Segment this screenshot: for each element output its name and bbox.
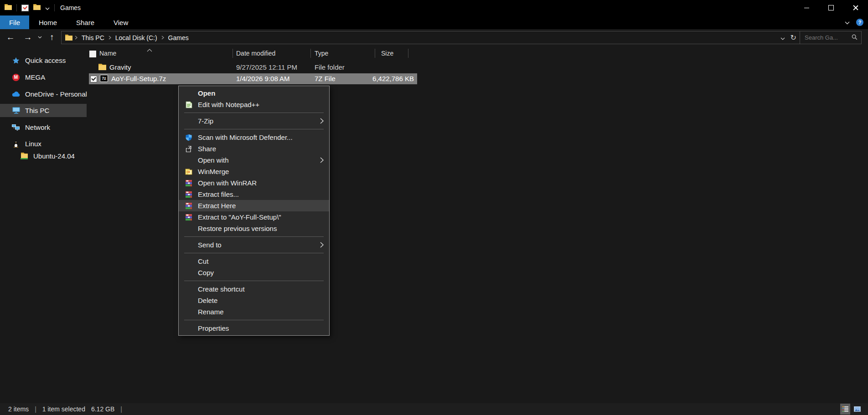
sidebar-item-this-pc[interactable]: This PC (0, 104, 87, 117)
menu-item-create-shortcut[interactable]: Create shortcut (179, 283, 329, 295)
sidebar-item-linux[interactable]: Linux (0, 137, 87, 150)
menu-item-open-with[interactable]: Open with (179, 154, 329, 166)
title-bar: Games (0, 0, 868, 15)
file-row-gravity[interactable]: Gravity 9/27/2025 12:11 PM File folder (0, 62, 868, 73)
menu-item-scan-with-defender[interactable]: Scan with Microsoft Defender... (179, 132, 329, 143)
file-date-modified: 9/27/2025 12:11 PM (236, 62, 297, 73)
winrar-books-icon (185, 179, 193, 187)
search-box[interactable] (800, 31, 862, 44)
window-title: Games (60, 4, 81, 11)
menu-item-send-to[interactable]: Send to (179, 239, 329, 251)
column-resize-handle[interactable] (310, 49, 311, 58)
file-row-aoy-full-setup[interactable]: 7z AoY-Full-Setup.7z 1/4/2026 9:08 AM 7Z… (0, 73, 868, 84)
address-right-controls: ↻ (780, 34, 801, 41)
submenu-arrow-icon (320, 157, 324, 163)
ribbon-right-controls: ? (845, 15, 863, 29)
expand-ribbon-chevron-icon[interactable] (845, 18, 850, 26)
qat-customize-chevron-icon[interactable] (45, 4, 50, 12)
winrar-books-icon (185, 213, 193, 221)
menu-item-edit-with-notepadpp[interactable]: Edit with Notepad++ (179, 99, 329, 110)
new-folder-qat-icon[interactable] (33, 4, 41, 12)
notepadpp-icon (185, 101, 193, 109)
up-button[interactable]: ↑ (45, 30, 59, 45)
search-icon[interactable] (852, 34, 858, 42)
file-date-modified: 1/4/2026 9:08 AM (236, 73, 290, 84)
tab-share[interactable]: Share (67, 15, 104, 29)
menu-item-cut[interactable]: Cut (179, 256, 329, 267)
breadcrumb-games[interactable]: Games (166, 34, 191, 41)
winrar-books-icon (185, 202, 193, 210)
sidebar-item-network[interactable]: Network (0, 121, 87, 134)
7z-file-icon: 7z (100, 75, 108, 82)
maximize-button[interactable] (819, 0, 843, 15)
quick-access-toolbar (0, 4, 55, 12)
ubuntu-folder-icon (20, 153, 28, 159)
breadcrumb-this-pc[interactable]: This PC (80, 34, 106, 41)
forward-icon: → (24, 32, 32, 42)
menu-item-restore-previous-versions[interactable]: Restore previous versions (179, 223, 329, 234)
back-button[interactable]: ← (4, 30, 17, 45)
menu-item-properties[interactable]: Properties (179, 323, 329, 334)
tab-home[interactable]: Home (29, 15, 67, 29)
menu-item-extract-to-folder[interactable]: Extract to "AoY-Full-Setup\" (179, 211, 329, 223)
refresh-icon[interactable]: ↻ (790, 34, 796, 41)
menu-item-open-with-winrar[interactable]: Open with WinRAR (179, 177, 329, 189)
close-icon (853, 5, 858, 10)
address-breadcrumb-field[interactable]: This PC Local Disk (C:) Games ↻ (61, 31, 801, 44)
menu-item-copy[interactable]: Copy (179, 267, 329, 278)
menu-item-winmerge[interactable]: WinMerge (179, 166, 329, 177)
app-folder-icon (5, 4, 12, 12)
menu-separator (184, 129, 324, 129)
breadcrumb-local-disk-c[interactable]: Local Disk (C:) (114, 34, 159, 41)
menu-separator (184, 253, 324, 253)
minimize-button[interactable] (794, 0, 819, 15)
select-all-checkbox[interactable] (89, 51, 96, 57)
folder-icon (98, 64, 106, 72)
close-button[interactable] (843, 0, 868, 15)
column-resize-handle[interactable] (375, 49, 375, 58)
column-resize-handle[interactable] (408, 49, 408, 58)
details-view-button[interactable] (840, 404, 850, 415)
forward-button[interactable]: → (21, 30, 35, 45)
selection-size: 6.12 GB (91, 405, 114, 413)
location-folder-icon (65, 35, 72, 41)
minimize-icon (804, 8, 809, 8)
menu-item-rename[interactable]: Rename (179, 306, 329, 318)
maximize-icon (828, 5, 834, 10)
breadcrumb-chevron-icon[interactable] (159, 36, 166, 40)
recent-locations-button[interactable] (35, 30, 45, 45)
address-dropdown-chevron-icon[interactable] (780, 34, 785, 41)
column-resize-handle[interactable] (232, 49, 233, 58)
menu-item-share[interactable]: Share (179, 143, 329, 154)
view-toggle-buttons (840, 404, 862, 415)
sidebar-item-ubuntu[interactable]: Ubuntu-24.04 (0, 149, 87, 163)
column-header-type[interactable]: Type (315, 50, 328, 57)
tab-file[interactable]: File (0, 15, 29, 29)
help-icon[interactable]: ? (856, 19, 863, 26)
column-header-date-modified[interactable]: Date modified (236, 50, 275, 57)
menu-item-delete[interactable]: Delete (179, 295, 329, 306)
winmerge-icon (185, 168, 193, 176)
breadcrumb-chevron-icon[interactable] (72, 36, 80, 40)
file-name: Gravity (109, 62, 131, 73)
qat-divider (16, 4, 17, 11)
breadcrumb-chevron-icon[interactable] (106, 36, 114, 40)
column-header-size[interactable]: Size (381, 50, 393, 57)
network-icon (12, 124, 20, 131)
tab-view[interactable]: View (104, 15, 138, 29)
address-bar: ← → ↑ This PC Local Disk (C:) Games ↻ (0, 29, 868, 46)
status-bar: 2 items | 1 item selected 6.12 GB | (0, 403, 868, 415)
properties-qat-icon[interactable] (21, 5, 29, 11)
sidebar-item-onedrive[interactable]: OneDrive - Personal (0, 87, 87, 101)
column-header-name[interactable]: Name (99, 50, 116, 57)
menu-item-extract-here[interactable]: Extract Here (179, 200, 329, 211)
up-icon: ↑ (50, 32, 54, 42)
item-checkbox-checked[interactable] (90, 76, 97, 82)
search-input[interactable] (804, 34, 852, 41)
menu-item-open[interactable]: Open (179, 87, 329, 99)
file-size: 6,422,786 KB (346, 73, 414, 84)
menu-item-extract-files[interactable]: Extract files... (179, 189, 329, 200)
large-icons-view-button[interactable] (852, 404, 862, 415)
navigation-pane: Quick access M MEGA OneDrive - Personal … (0, 46, 87, 403)
menu-item-7zip[interactable]: 7-Zip (179, 115, 329, 127)
